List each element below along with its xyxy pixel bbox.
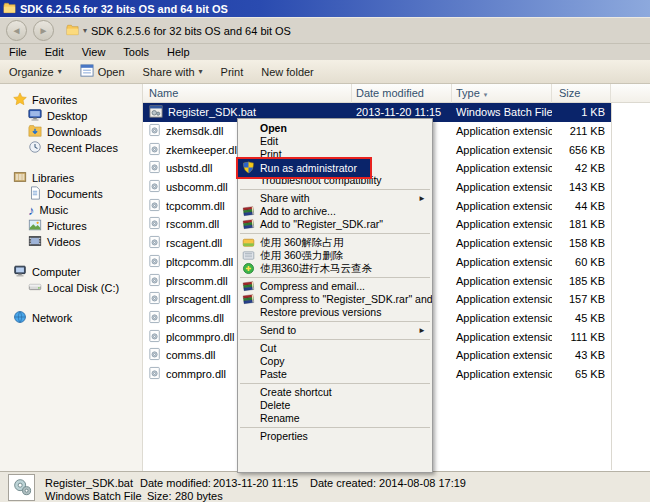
- menu-item-使用360进行木马云查杀[interactable]: 使用360进行木马云查杀: [238, 262, 432, 275]
- open-button[interactable]: Open: [71, 61, 134, 83]
- sidebar-item-label: Videos: [47, 236, 80, 248]
- sidebar-item-videos[interactable]: Videos: [0, 234, 142, 250]
- type-cell: Application extension: [452, 365, 552, 384]
- forward-button[interactable]: ►: [33, 20, 54, 41]
- sidebar-item-label: Documents: [47, 188, 103, 200]
- sidebar-item-computer[interactable]: Computer: [0, 264, 142, 280]
- type-cell: Application extension: [452, 290, 552, 309]
- back-arrow-icon: ◄: [12, 25, 22, 36]
- sidebar-item-label: Libraries: [32, 172, 74, 184]
- menu-item-send-to[interactable]: Send to►: [238, 324, 432, 337]
- folder-icon: [66, 24, 79, 38]
- menu-item-rename[interactable]: Rename: [238, 412, 432, 425]
- file-name: plrscomm.dll: [166, 275, 228, 287]
- menu-bar: File Edit View Tools Help: [0, 44, 650, 60]
- type-cell: Application extension: [452, 178, 552, 197]
- menu-item-label: Create shortcut: [260, 386, 332, 398]
- menu-item-使用-360解除占用[interactable]: 使用 360解除占用: [238, 236, 432, 249]
- details-date-modified-label: Date modified:: [140, 477, 211, 489]
- details-size-label: Size:: [147, 490, 171, 502]
- back-button[interactable]: ◄: [6, 20, 27, 41]
- menu-item-restore-previous-versions[interactable]: Restore previous versions: [238, 306, 432, 319]
- sidebar-item-desktop[interactable]: Desktop: [0, 108, 142, 124]
- uac-shield-icon: [242, 161, 255, 176]
- sidebar-item-network[interactable]: Network: [0, 310, 142, 326]
- address-path: SDK 6.2.5.6 for 32 bits OS and 64 bit OS: [91, 25, 291, 37]
- menu-separator: [240, 233, 430, 234]
- organize-button[interactable]: Organize ▾: [0, 61, 71, 83]
- sidebar-item-libraries[interactable]: Libraries: [0, 170, 142, 186]
- winrar-icon: [241, 205, 256, 218]
- menu-edit[interactable]: Edit: [36, 46, 73, 58]
- sidebar-item-label: Desktop: [47, 110, 87, 122]
- sidebar-item-recent-places[interactable]: Recent Places: [0, 140, 142, 156]
- dll-file-icon: [149, 310, 161, 326]
- dll-file-icon: [149, 123, 161, 139]
- window-title: SDK 6.2.5.6 for 32 bits OS and 64 bit OS: [20, 3, 228, 15]
- chevron-down-icon[interactable]: ▾: [83, 26, 87, 35]
- sidebar-item-local-disk-c[interactable]: Local Disk (C:): [0, 280, 142, 296]
- menu-item-compress-to-register-sdk-rar-and-email[interactable]: Compress to "Register_SDK.rar" and email: [238, 293, 432, 306]
- menu-item-add-to-archive[interactable]: Add to archive...: [238, 205, 432, 218]
- menu-separator: [240, 427, 430, 428]
- sidebar-item-music[interactable]: ♪Music: [0, 202, 142, 218]
- sidebar-item-downloads[interactable]: Downloads: [0, 124, 142, 140]
- menu-item-compress-and-email[interactable]: Compress and email...: [238, 280, 432, 293]
- forward-arrow-icon: ►: [39, 25, 49, 36]
- new-folder-label: New folder: [261, 66, 314, 78]
- menu-item-label: Compress and email...: [260, 280, 365, 292]
- organize-label: Organize: [9, 66, 54, 78]
- file-name: zkemsdk.dll: [166, 125, 223, 137]
- recent-places-icon: [28, 140, 42, 156]
- column-header-type[interactable]: Type▾: [452, 84, 552, 103]
- menu-item-add-to-register-sdk-rar[interactable]: Add to "Register_SDK.rar": [238, 218, 432, 231]
- column-header-label: Date modified: [356, 87, 424, 99]
- winrar-icon: [241, 293, 256, 306]
- menu-item-copy[interactable]: Copy: [238, 355, 432, 368]
- menu-item-label: Paste: [260, 368, 287, 380]
- menu-item-label: Cut: [260, 342, 276, 354]
- column-header-size[interactable]: Size: [552, 84, 611, 103]
- menu-item-cut[interactable]: Cut: [238, 342, 432, 355]
- navigation-bar: ◄ ► ▾ SDK 6.2.5.6 for 32 bits OS and 64 …: [0, 17, 650, 44]
- file-name: usbstd.dll: [166, 162, 212, 174]
- new-folder-button[interactable]: New folder: [252, 61, 323, 83]
- dll-file-icon: [149, 347, 161, 363]
- menu-item-使用-360强力删除[interactable]: 使用 360强力删除: [238, 249, 432, 262]
- menu-item-properties[interactable]: Properties: [238, 430, 432, 443]
- size-cell: 42 KB: [552, 159, 611, 178]
- menu-item-create-shortcut[interactable]: Create shortcut: [238, 386, 432, 399]
- menu-item-paste[interactable]: Paste: [238, 368, 432, 381]
- sidebar-item-label: Pictures: [47, 220, 87, 232]
- sidebar-item-documents[interactable]: Documents: [0, 186, 142, 202]
- run-as-administrator-menu-item[interactable]: Run as administrator: [236, 157, 372, 179]
- share-with-button[interactable]: Share with ▾: [134, 61, 212, 83]
- dll-file-icon: [149, 273, 161, 289]
- menu-file[interactable]: File: [0, 46, 36, 58]
- size-cell: 44 KB: [552, 196, 611, 215]
- menu-item-delete[interactable]: Delete: [238, 399, 432, 412]
- column-header-date-modified[interactable]: Date modified: [352, 84, 452, 103]
- file-name: comms.dll: [166, 349, 216, 361]
- dll-file-icon: [149, 291, 161, 307]
- column-header-name[interactable]: Name: [143, 84, 352, 103]
- menu-item-open[interactable]: Open: [238, 122, 432, 135]
- sidebar-item-pictures[interactable]: Pictures: [0, 218, 142, 234]
- menu-help[interactable]: Help: [158, 46, 199, 58]
- open-window-icon: [80, 64, 94, 79]
- print-button[interactable]: Print: [212, 61, 253, 83]
- share-label: Share with: [143, 66, 195, 78]
- sidebar-item-favorites[interactable]: Favorites: [0, 92, 142, 108]
- title-bar: SDK 6.2.5.6 for 32 bits OS and 64 bit OS: [0, 0, 650, 17]
- size-cell: 211 KB: [552, 122, 611, 141]
- column-header-label: Size: [559, 87, 580, 99]
- menu-item-share-with[interactable]: Share with►: [238, 192, 432, 205]
- menu-tools[interactable]: Tools: [114, 46, 158, 58]
- menu-item-edit[interactable]: Edit: [238, 135, 432, 148]
- documents-icon: [28, 186, 42, 202]
- file-name: Register_SDK.bat: [168, 106, 256, 118]
- menu-item-label: Delete: [260, 399, 290, 411]
- winrar-icon: [241, 218, 256, 231]
- menu-view[interactable]: View: [73, 46, 115, 58]
- address-bar[interactable]: ▾ SDK 6.2.5.6 for 32 bits OS and 64 bit …: [66, 24, 291, 38]
